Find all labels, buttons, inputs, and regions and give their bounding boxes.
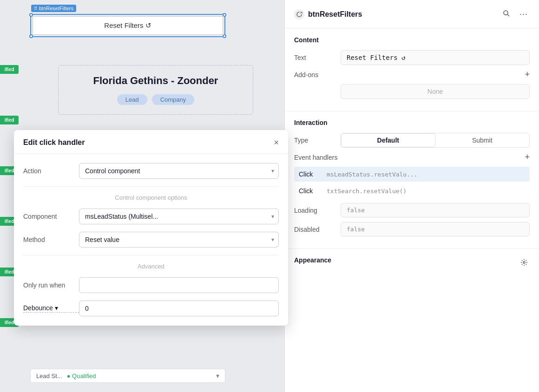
- interaction-section-title: Interaction: [294, 119, 530, 126]
- debounce-row: Debounce ▾: [23, 301, 279, 316]
- right-panel-title: btnResetFilters: [308, 10, 362, 19]
- action-select[interactable]: Control component: [79, 163, 279, 179]
- loading-prop-row: Loading false: [294, 203, 530, 217]
- action-label: Action: [23, 167, 79, 175]
- badge-company[interactable]: Company: [152, 94, 195, 105]
- canvas-card: Florida Gethins - Zoonder Lead Company: [58, 65, 253, 115]
- handle-bl: [29, 34, 33, 38]
- control-component-section-label: Control component options: [23, 194, 279, 201]
- type-toggle: Default Submit: [341, 133, 530, 148]
- content-section-title: Content: [294, 36, 530, 44]
- debounce-label-button[interactable]: Debounce ▾: [23, 304, 79, 313]
- addons-prop-row: Add-ons +: [294, 70, 530, 79]
- bottom-status-bar: Lead St... ● Qualified ▾: [30, 369, 225, 383]
- search-icon: [503, 10, 510, 17]
- divider-1: [23, 186, 279, 187]
- text-prop-row: Text Reset Filters ↺: [294, 50, 530, 65]
- addons-add-button[interactable]: +: [525, 70, 530, 79]
- canvas-button-wrapper: ⠿ btnResetFilters Reset Filters ↺: [30, 14, 225, 37]
- component-select[interactable]: msLeadStatus (Multisel...: [79, 209, 279, 224]
- addons-prop-label: Add-ons: [294, 71, 341, 78]
- badge-lead[interactable]: Lead: [117, 94, 147, 105]
- modal-close-button[interactable]: ×: [274, 138, 279, 147]
- debounce-input[interactable]: [79, 301, 279, 316]
- only-run-control: [79, 277, 279, 293]
- settings-icon: [520, 259, 528, 266]
- event-type-2: Click: [299, 187, 327, 195]
- ellipsis-icon: ···: [519, 9, 528, 19]
- svg-point-2: [523, 261, 525, 263]
- method-label: Method: [23, 236, 79, 243]
- search-button[interactable]: [501, 8, 512, 21]
- lead-status-label: Lead St...: [36, 372, 62, 379]
- type-prop-row: Type Default Submit: [294, 133, 530, 148]
- disabled-prop-value[interactable]: false: [341, 222, 530, 236]
- appearance-section: Appearance: [285, 249, 539, 278]
- card-name: Florida Gethins - Zoonder: [68, 75, 243, 87]
- more-options-button[interactable]: ···: [518, 7, 530, 21]
- modal-title: Edit click handler: [23, 138, 85, 147]
- event-type-1: Click: [299, 170, 327, 178]
- dropdown-arrow-icon[interactable]: ▾: [216, 372, 219, 379]
- handle-tr: [223, 13, 226, 17]
- handle-tl: [29, 13, 33, 17]
- debounce-control: [79, 301, 279, 316]
- right-panel-header: btnResetFilters ···: [285, 0, 539, 29]
- event-action-1: msLeadStatus.resetValu...: [327, 171, 525, 178]
- component-icon: [294, 9, 304, 20]
- event-action-2: txtSearch.resetValue(): [327, 188, 525, 195]
- event-handlers-label: Event handlers: [294, 154, 337, 161]
- type-prop-label: Type: [294, 137, 341, 144]
- method-row: Method Reset value ▾: [23, 232, 279, 248]
- status-label-1: ified: [0, 65, 19, 74]
- component-label-tag: ⠿ btnResetFilters: [31, 5, 76, 12]
- text-prop-value[interactable]: Reset Filters ↺: [341, 50, 530, 65]
- addons-none-row: None: [294, 84, 530, 99]
- right-header-left: btnResetFilters: [294, 9, 362, 20]
- component-row: Component msLeadStatus (Multisel... ▾: [23, 209, 279, 224]
- right-panel: btnResetFilters ··· Content Text Reset F…: [284, 0, 539, 392]
- interaction-section: Interaction Type Default Submit Event ha…: [285, 111, 539, 249]
- only-run-label: Only run when: [23, 281, 79, 289]
- component-label: Component: [23, 213, 79, 220]
- content-section: Content Text Reset Filters ↺ Add-ons + N…: [285, 29, 539, 111]
- svg-point-0: [504, 11, 508, 15]
- loading-prop-label: Loading: [294, 207, 341, 214]
- advanced-section-label: Advanced: [23, 263, 279, 270]
- appearance-section-title: Appearance: [294, 256, 331, 264]
- selection-border: ⠿ btnResetFilters Reset Filters ↺: [30, 14, 225, 37]
- text-prop-label: Text: [294, 54, 341, 61]
- disabled-prop-label: Disabled: [294, 226, 341, 233]
- method-select[interactable]: Reset value: [79, 232, 279, 248]
- debounce-chevron-icon: ▾: [55, 304, 58, 312]
- method-control: Reset value ▾: [79, 232, 279, 248]
- loading-prop-value[interactable]: false: [341, 203, 530, 217]
- component-control: msLeadStatus (Multisel... ▾: [79, 209, 279, 224]
- only-run-row: Only run when: [23, 277, 279, 293]
- action-row: Action Control component ▾: [23, 163, 279, 179]
- action-control: Control component ▾: [79, 163, 279, 179]
- svg-line-1: [507, 14, 509, 16]
- canvas-reset-button[interactable]: Reset Filters ↺: [33, 16, 223, 35]
- handle-br: [223, 34, 226, 38]
- badge-row: Lead Company: [68, 94, 243, 105]
- event-handlers-add-button[interactable]: +: [525, 152, 530, 162]
- divider-2: [23, 255, 279, 255]
- event-handlers-header: Event handlers +: [294, 152, 530, 162]
- modal-header: Edit click handler ×: [14, 130, 288, 154]
- status-label-2: ified: [0, 116, 19, 124]
- qualified-status: ● Qualified: [67, 372, 96, 379]
- modal-body: Action Control component ▾ Control compo…: [14, 154, 288, 316]
- appearance-settings-button[interactable]: [519, 257, 530, 270]
- type-submit-button[interactable]: Submit: [435, 133, 530, 147]
- edit-click-handler-modal: Edit click handler × Action Control comp…: [14, 130, 288, 326]
- only-run-input[interactable]: [79, 277, 279, 293]
- addons-none-value: None: [341, 84, 530, 99]
- disabled-prop-row: Disabled false: [294, 222, 530, 236]
- type-default-button[interactable]: Default: [341, 133, 435, 147]
- event-row-2[interactable]: Click txtSearch.resetValue(): [294, 183, 530, 198]
- refresh-icon: [296, 11, 302, 18]
- right-header-actions: ···: [501, 7, 530, 21]
- appearance-header: Appearance: [294, 256, 530, 270]
- event-row-1[interactable]: Click msLeadStatus.resetValu...: [294, 167, 530, 182]
